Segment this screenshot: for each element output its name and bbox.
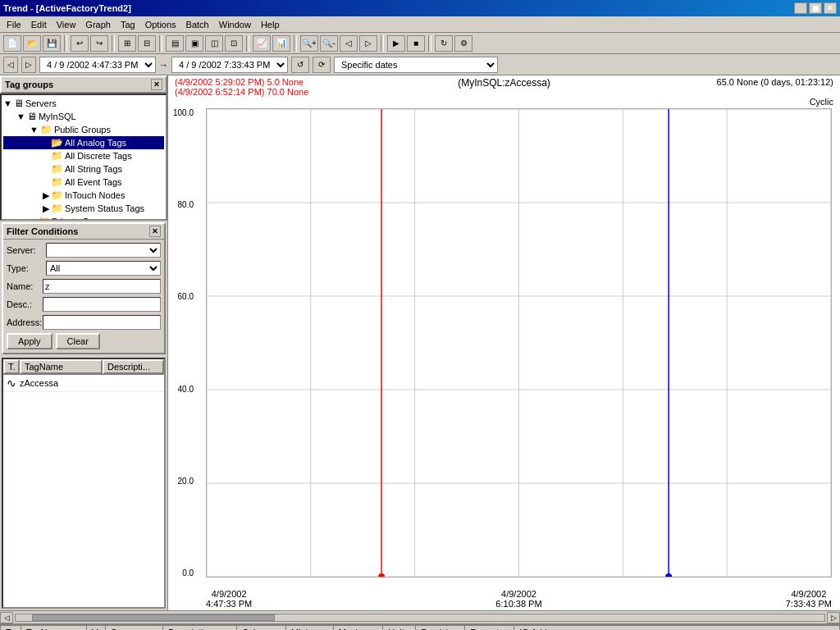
x-label-mid: 4/9/20026:10:38 PM	[495, 589, 541, 609]
name-input[interactable]	[43, 279, 161, 294]
type-row: Type: All Analog Discrete String Event	[7, 261, 161, 276]
next-range-button[interactable]: ▷	[21, 57, 36, 73]
menu-view[interactable]: View	[52, 19, 81, 30]
chart-type1-button[interactable]: 📈	[253, 35, 271, 52]
server-select[interactable]	[46, 243, 161, 258]
menu-help[interactable]: Help	[256, 19, 285, 30]
mode2-button[interactable]: ▣	[185, 35, 203, 52]
end-date-select[interactable]: 4 / 9 /2002 7:33:43 PM	[171, 57, 288, 73]
col-precision: Precision	[416, 626, 465, 631]
tag-list-item[interactable]: ∿ zAccessa	[3, 375, 164, 392]
y-label-0: 0.0	[182, 568, 194, 578]
tree-item-myinsql[interactable]: ▼ 🖥 MyInSQL	[3, 110, 164, 123]
system-status-icon: 📁	[51, 203, 63, 214]
private-groups-icon: 📁	[38, 216, 50, 221]
x-label-start: 4/9/20024:47:33 PM	[206, 589, 252, 609]
tag-list-body[interactable]: ∿ zAccessa	[3, 375, 164, 607]
col-ioaddr: IO Address	[514, 626, 840, 631]
chart-type2-button[interactable]: 📊	[272, 35, 290, 52]
filter-buttons: Apply Clear	[7, 333, 161, 349]
menu-file[interactable]: File	[2, 19, 26, 30]
open-button[interactable]: 📂	[23, 35, 41, 52]
col-units: Units	[383, 626, 416, 631]
bottom-panel: T. TagName V. Server Description Color M…	[0, 623, 840, 630]
filter-conditions-close[interactable]: ✕	[149, 226, 161, 237]
menu-edit[interactable]: Edit	[26, 19, 52, 30]
menu-tag[interactable]: Tag	[116, 19, 140, 30]
tree-item-intouch[interactable]: ▶ 📁 InTouch Nodes	[3, 189, 164, 202]
play-button[interactable]: ▶	[387, 35, 405, 52]
y-label-100: 100.0	[173, 108, 194, 117]
chart-title-area: (MyInSQL:zAccessa)	[339, 77, 669, 97]
start-date-select[interactable]: 4 / 9 /2002 4:47:33 PM	[39, 57, 156, 73]
tag-tree[interactable]: ▼ 🖥 Servers ▼ 🖥 MyInSQL ▼ 📁 Public Group…	[0, 94, 167, 221]
mode4-button[interactable]: ⊡	[225, 35, 243, 52]
new-button[interactable]: 📄	[3, 35, 21, 52]
all-string-icon: 📁	[51, 163, 63, 175]
horizontal-scrollbar[interactable]: ◁ ▷	[0, 610, 840, 623]
cursor-info-area: (4/9/2002 5:29:02 PM) 5.0 None (4/9/2002…	[175, 77, 339, 97]
toolbar1: 📄 📂 💾 ↩ ↪ ⊞ ⊟ ▤ ▣ ◫ ⊡ 📈 📊 🔍+ 🔍- ◁ ▷ ▶ ■ …	[0, 33, 840, 54]
date-mode-select[interactable]: Specific dates Last hour Last day Last w…	[334, 57, 498, 73]
menu-options[interactable]: Options	[140, 19, 181, 30]
tree-item-all-discrete[interactable]: ▶ 📁 All Discrete Tags	[3, 149, 164, 162]
tree-label-servers: Servers	[25, 98, 57, 108]
refresh-date-button[interactable]: ↺	[291, 57, 309, 73]
scroll-thumb[interactable]	[32, 614, 275, 621]
mode1-button[interactable]: ▤	[166, 35, 184, 52]
pan-left-button[interactable]: ◁	[340, 35, 358, 52]
type-label: Type:	[7, 263, 46, 273]
address-input[interactable]	[43, 315, 161, 330]
tag-mgr-button[interactable]: ⊟	[138, 35, 156, 52]
undo-button[interactable]: ↩	[71, 35, 89, 52]
desc-label: Desc.:	[7, 299, 43, 309]
menu-window[interactable]: Window	[214, 19, 256, 30]
tree-label-all-analog: All Analog Tags	[65, 138, 126, 148]
clear-button[interactable]: Clear	[56, 333, 100, 349]
props-button[interactable]: ⊞	[118, 35, 136, 52]
y-label-80: 80.0	[178, 200, 194, 209]
zoom-out-button[interactable]: 🔍-	[320, 35, 338, 52]
scroll-left-btn[interactable]: ◁	[0, 612, 13, 623]
sep1	[64, 35, 67, 52]
tree-item-all-analog[interactable]: ▶ 📂 All Analog Tags	[3, 136, 164, 149]
col-min: Minimum	[286, 626, 334, 631]
tree-item-servers[interactable]: ▼ 🖥 Servers	[3, 97, 164, 110]
tree-label-all-event: All Event Tags	[65, 177, 122, 187]
apply-button[interactable]: Apply	[7, 333, 52, 349]
tag-name: zAccessa	[20, 378, 58, 388]
cursor-blue-dot	[665, 573, 672, 578]
tree-item-all-string[interactable]: ▶ 📁 All String Tags	[3, 162, 164, 176]
redo-button[interactable]: ↪	[90, 35, 108, 52]
pan-right-button[interactable]: ▷	[359, 35, 377, 52]
tree-item-private-groups[interactable]: ▶ 📁 Private Groups	[3, 215, 164, 221]
tree-item-public-groups[interactable]: ▼ 📁 Public Groups	[3, 123, 164, 136]
desc-input[interactable]	[43, 297, 161, 312]
zoom-in-button[interactable]: 🔍+	[300, 35, 318, 52]
scroll-right-btn[interactable]: ▷	[827, 612, 840, 623]
chart-plot-area[interactable]: 100.0 80.0 60.0 40.0 20.0 0.0	[206, 108, 832, 578]
save-button[interactable]: 💾	[43, 35, 61, 52]
refresh-button[interactable]: ↻	[435, 35, 453, 52]
stop-button[interactable]: ■	[407, 35, 425, 52]
window-title: Trend - [ActiveFactoryTrend2]	[3, 3, 131, 13]
type-select[interactable]: All Analog Discrete String Event	[46, 261, 161, 276]
settings-button[interactable]: ⚙	[454, 35, 472, 52]
filter-conditions-header: Filter Conditions ✕	[3, 224, 164, 240]
minimize-button[interactable]: _	[794, 2, 807, 14]
menu-batch[interactable]: Batch	[181, 19, 214, 30]
sync-button[interactable]: ⟳	[313, 57, 331, 73]
tree-item-system-status[interactable]: ▶ 📁 System Status Tags	[3, 202, 164, 215]
sep5	[294, 35, 297, 52]
tag-col-desc: Descripti...	[103, 359, 164, 374]
tag-groups-close[interactable]: ✕	[151, 79, 162, 90]
maximize-button[interactable]: ▣	[809, 2, 822, 14]
date-picker: 4 / 9 /2002 4:47:33 PM → 4 / 9 /2002 7:3…	[39, 57, 498, 73]
prev-range-button[interactable]: ◁	[3, 57, 18, 73]
mode3-button[interactable]: ◫	[205, 35, 223, 52]
toolbar2: ◁ ▷ 4 / 9 /2002 4:47:33 PM → 4 / 9 /2002…	[0, 54, 840, 75]
tree-item-all-event[interactable]: ▶ 📁 All Event Tags	[3, 176, 164, 189]
tree-label-intouch: InTouch Nodes	[65, 190, 125, 200]
menu-graph[interactable]: Graph	[80, 19, 116, 30]
close-button[interactable]: ✕	[824, 2, 837, 14]
